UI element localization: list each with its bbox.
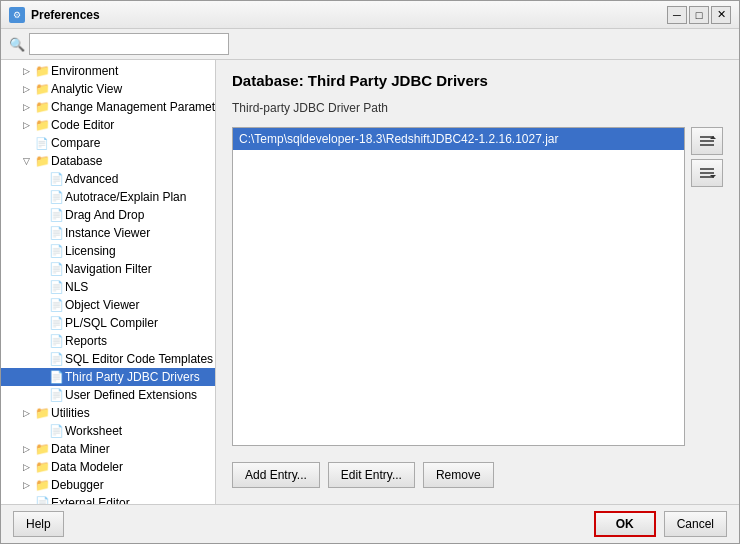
expand-icon: ▽ bbox=[19, 156, 33, 166]
tree-item-compare[interactable]: 📄 Compare bbox=[1, 134, 215, 152]
tree-item-data-miner[interactable]: ▷ 📁 Data Miner bbox=[1, 440, 215, 458]
left-panel: ▷ 📁 Environment ▷ 📁 Analytic View ▷ 📁 Ch… bbox=[1, 60, 216, 504]
panel-subtitle: Third-party JDBC Driver Path bbox=[232, 101, 723, 115]
tree-item-change-management[interactable]: ▷ 📁 Change Management Parameters bbox=[1, 98, 215, 116]
page-icon: 📄 bbox=[49, 316, 63, 330]
tree-item-data-modeler[interactable]: ▷ 📁 Data Modeler bbox=[1, 458, 215, 476]
expand-icon: ▷ bbox=[19, 84, 33, 94]
search-input[interactable] bbox=[29, 33, 229, 55]
action-buttons: Add Entry... Edit Entry... Remove bbox=[232, 454, 723, 492]
tree-area: ▷ 📁 Environment ▷ 📁 Analytic View ▷ 📁 Ch… bbox=[1, 60, 215, 504]
tree-item-nls[interactable]: 📄 NLS bbox=[1, 278, 215, 296]
expand-icon: ▷ bbox=[19, 462, 33, 472]
folder-icon: 📁 bbox=[35, 442, 49, 456]
page-icon: 📄 bbox=[49, 190, 63, 204]
tree-item-advanced[interactable]: 📄 Advanced bbox=[1, 170, 215, 188]
tree-item-environment[interactable]: ▷ 📁 Environment bbox=[1, 62, 215, 80]
expand-icon: ▷ bbox=[19, 408, 33, 418]
page-icon: 📄 bbox=[35, 496, 49, 504]
search-bar: 🔍 bbox=[1, 29, 739, 60]
edit-entry-button[interactable]: Edit Entry... bbox=[328, 462, 415, 488]
preferences-dialog: ⚙ Preferences ─ □ ✕ 🔍 ▷ 📁 Environment ▷ bbox=[0, 0, 740, 544]
folder-icon: 📁 bbox=[35, 460, 49, 474]
main-content: ▷ 📁 Environment ▷ 📁 Analytic View ▷ 📁 Ch… bbox=[1, 60, 739, 504]
move-up-button[interactable] bbox=[691, 127, 723, 155]
page-icon: 📄 bbox=[49, 352, 63, 366]
folder-icon: 📁 bbox=[35, 64, 49, 78]
page-icon: 📄 bbox=[49, 262, 63, 276]
expand-icon: ▷ bbox=[19, 102, 33, 112]
side-buttons bbox=[691, 127, 723, 446]
tree-item-utilities[interactable]: ▷ 📁 Utilities bbox=[1, 404, 215, 422]
dialog-title: Preferences bbox=[31, 8, 661, 22]
tree-item-navigation-filter[interactable]: 📄 Navigation Filter bbox=[1, 260, 215, 278]
minimize-button[interactable]: ─ bbox=[667, 6, 687, 24]
add-entry-button[interactable]: Add Entry... bbox=[232, 462, 320, 488]
move-down-button[interactable] bbox=[691, 159, 723, 187]
folder-icon: 📁 bbox=[35, 118, 49, 132]
page-icon: 📄 bbox=[49, 244, 63, 258]
expand-icon: ▷ bbox=[19, 444, 33, 454]
tree-item-autotrace[interactable]: 📄 Autotrace/Explain Plan bbox=[1, 188, 215, 206]
close-button[interactable]: ✕ bbox=[711, 6, 731, 24]
folder-icon: 📁 bbox=[35, 154, 49, 168]
folder-icon: 📁 bbox=[35, 406, 49, 420]
page-icon: 📄 bbox=[49, 298, 63, 312]
title-bar: ⚙ Preferences ─ □ ✕ bbox=[1, 1, 739, 29]
tree-item-reports[interactable]: 📄 Reports bbox=[1, 332, 215, 350]
tree-item-licensing[interactable]: 📄 Licensing bbox=[1, 242, 215, 260]
ok-button[interactable]: OK bbox=[594, 511, 656, 537]
tree-item-instance-viewer[interactable]: 📄 Instance Viewer bbox=[1, 224, 215, 242]
page-icon: 📄 bbox=[49, 280, 63, 294]
page-icon: 📄 bbox=[35, 136, 49, 150]
panel-title: Database: Third Party JDBC Drivers bbox=[232, 72, 723, 89]
search-icon: 🔍 bbox=[9, 37, 25, 52]
tree-item-external-editor[interactable]: 📄 External Editor bbox=[1, 494, 215, 504]
dialog-footer: Help OK Cancel bbox=[1, 504, 739, 543]
page-icon: 📄 bbox=[49, 172, 63, 186]
remove-button[interactable]: Remove bbox=[423, 462, 494, 488]
expand-icon: ▷ bbox=[19, 66, 33, 76]
tree-item-worksheet[interactable]: 📄 Worksheet bbox=[1, 422, 215, 440]
tree-item-database[interactable]: ▽ 📁 Database bbox=[1, 152, 215, 170]
jdbc-driver-list[interactable]: C:\Temp\sqldeveloper-18.3\RedshiftJDBC42… bbox=[232, 127, 685, 446]
cancel-button[interactable]: Cancel bbox=[664, 511, 727, 537]
tree-item-drag-drop[interactable]: 📄 Drag And Drop bbox=[1, 206, 215, 224]
tree-item-user-defined-extensions[interactable]: 📄 User Defined Extensions bbox=[1, 386, 215, 404]
folder-icon: 📁 bbox=[35, 478, 49, 492]
tree-item-plsql-compiler[interactable]: 📄 PL/SQL Compiler bbox=[1, 314, 215, 332]
tree-item-sql-editor-templates[interactable]: 📄 SQL Editor Code Templates bbox=[1, 350, 215, 368]
help-button[interactable]: Help bbox=[13, 511, 64, 537]
folder-icon: 📁 bbox=[35, 100, 49, 114]
tree-item-analytic-view[interactable]: ▷ 📁 Analytic View bbox=[1, 80, 215, 98]
right-panel: Database: Third Party JDBC Drivers Third… bbox=[216, 60, 739, 504]
page-icon: 📄 bbox=[49, 226, 63, 240]
maximize-button[interactable]: □ bbox=[689, 6, 709, 24]
page-icon: 📄 bbox=[49, 424, 63, 438]
jdbc-list-item[interactable]: C:\Temp\sqldeveloper-18.3\RedshiftJDBC42… bbox=[233, 128, 684, 150]
help-area: Help bbox=[13, 511, 586, 537]
app-icon: ⚙ bbox=[9, 7, 25, 23]
window-controls: ─ □ ✕ bbox=[667, 6, 731, 24]
folder-icon: 📁 bbox=[35, 82, 49, 96]
tree-item-object-viewer[interactable]: 📄 Object Viewer bbox=[1, 296, 215, 314]
page-icon: 📄 bbox=[49, 388, 63, 402]
tree-item-code-editor[interactable]: ▷ 📁 Code Editor bbox=[1, 116, 215, 134]
page-icon: 📄 bbox=[49, 370, 63, 384]
page-icon: 📄 bbox=[49, 208, 63, 222]
tree-item-debugger[interactable]: ▷ 📁 Debugger bbox=[1, 476, 215, 494]
tree-item-third-party-jdbc[interactable]: 📄 Third Party JDBC Drivers bbox=[1, 368, 215, 386]
page-icon: 📄 bbox=[49, 334, 63, 348]
expand-icon: ▷ bbox=[19, 120, 33, 130]
expand-icon: ▷ bbox=[19, 480, 33, 490]
